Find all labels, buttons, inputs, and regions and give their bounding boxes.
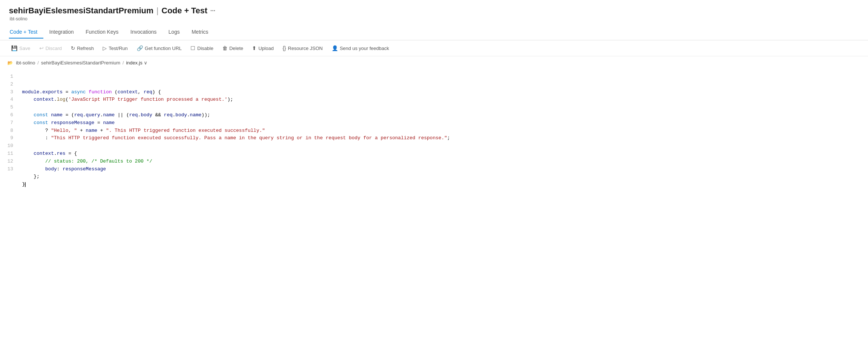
- breadcrumb-part2[interactable]: sehirBayiEslesmesiStandartPremium: [41, 60, 120, 66]
- code-line-1: module.exports = async function (context…: [22, 89, 865, 96]
- toolbar: 💾 Save ↩ Discard ↻ Refresh ▷ Test/Run 🔗 …: [0, 40, 868, 56]
- tab-invocations[interactable]: Invocations: [125, 26, 163, 39]
- tab-integration[interactable]: Integration: [43, 26, 80, 39]
- breadcrumb-sep2: /: [123, 60, 124, 66]
- delete-icon: 🗑: [222, 45, 228, 51]
- play-icon: ▷: [103, 45, 107, 51]
- header: sehirBayiEslesmesiStandartPremium | Code…: [0, 0, 868, 40]
- line-number-3: 3: [7, 89, 13, 96]
- title-separator: |: [156, 6, 159, 16]
- testrun-button[interactable]: ▷ Test/Run: [99, 43, 131, 53]
- code-line-13: }: [22, 181, 865, 188]
- code-line-11: body: responseMessage: [22, 166, 865, 173]
- code-line-2: context.log('JavaScript HTTP trigger fun…: [22, 96, 865, 104]
- resourcejson-button[interactable]: {} Resource JSON: [279, 43, 326, 53]
- testrun-label: Test/Run: [109, 46, 127, 51]
- refresh-label: Refresh: [77, 46, 94, 51]
- line-number-7: 7: [7, 119, 13, 127]
- tab-code-test[interactable]: Code + Test: [9, 26, 43, 39]
- app-title: sehirBayiEslesmesiStandartPremium | Code…: [9, 6, 859, 16]
- refresh-button[interactable]: ↻ Refresh: [67, 43, 98, 53]
- upload-button[interactable]: ⬆ Upload: [248, 43, 277, 53]
- subtitle: ibt-solino: [9, 16, 859, 21]
- code-line-6: ? "Hello, " + name + ". This HTTP trigge…: [22, 127, 865, 135]
- geturl-button[interactable]: 🔗 Get function URL: [133, 43, 186, 53]
- upload-label: Upload: [258, 46, 274, 51]
- discard-label: Discard: [46, 46, 62, 51]
- disable-button[interactable]: ☐ Disable: [187, 43, 217, 53]
- feedback-button[interactable]: 👤 Send us your feedback: [328, 43, 393, 53]
- resourcejson-label: Resource JSON: [288, 46, 323, 51]
- tab-logs[interactable]: Logs: [163, 26, 186, 39]
- line-number-4: 4: [7, 96, 13, 104]
- line-number-5: 5: [7, 104, 13, 111]
- breadcrumb-part1[interactable]: ibt-solino: [16, 60, 35, 66]
- disable-label: Disable: [197, 46, 213, 51]
- feedback-label: Send us your feedback: [340, 46, 389, 51]
- page-title: Code + Test: [162, 6, 208, 16]
- tab-metrics[interactable]: Metrics: [186, 26, 214, 39]
- save-label: Save: [19, 46, 30, 51]
- code-line-10: // status: 200, /* Defaults to 200 */: [22, 158, 865, 166]
- code-content[interactable]: module.exports = async function (context…: [19, 73, 868, 188]
- upload-icon: ⬆: [252, 45, 256, 51]
- line-number-10: 10: [7, 142, 13, 150]
- line-number-9: 9: [7, 134, 13, 142]
- code-line-5: const responseMessage = name: [22, 119, 865, 127]
- breadcrumb-folder-icon: 📂: [7, 60, 13, 66]
- breadcrumb-sep1: /: [37, 60, 39, 66]
- line-number-6: 6: [7, 111, 13, 119]
- discard-icon: ↩: [39, 45, 44, 51]
- breadcrumb: 📂 ibt-solino / sehirBayiEslesmesiStandar…: [0, 56, 868, 69]
- code-line-12: };: [22, 173, 865, 181]
- code-line-3: [22, 104, 865, 111]
- feedback-icon: 👤: [332, 45, 338, 51]
- line-numbers: 12345678910111213: [0, 73, 19, 188]
- delete-button[interactable]: 🗑 Delete: [219, 43, 247, 53]
- code-line-8: [22, 142, 865, 150]
- save-icon: 💾: [11, 45, 17, 51]
- refresh-icon: ↻: [71, 45, 75, 51]
- code-line-9: context.res = {: [22, 150, 865, 158]
- more-options-icon[interactable]: ···: [210, 7, 215, 14]
- tabs-nav: Code + TestIntegrationFunction KeysInvoc…: [9, 26, 859, 39]
- breadcrumb-part3: index.js: [126, 60, 142, 66]
- breadcrumb-dropdown-icon[interactable]: ∨: [144, 60, 148, 66]
- function-name: sehirBayiEslesmesiStandartPremium: [9, 6, 153, 16]
- code-line-7: : "This HTTP triggered function executed…: [22, 134, 865, 142]
- json-icon: {}: [282, 45, 286, 51]
- code-line-4: const name = (req.query.name || (req.bod…: [22, 111, 865, 119]
- link-icon: 🔗: [137, 45, 143, 51]
- discard-button[interactable]: ↩ Discard: [36, 43, 66, 53]
- line-number-8: 8: [7, 127, 13, 135]
- line-number-11: 11: [7, 150, 13, 158]
- geturl-label: Get function URL: [145, 46, 182, 51]
- line-number-12: 12: [7, 158, 13, 166]
- code-editor[interactable]: 12345678910111213 module.exports = async…: [0, 69, 868, 192]
- tab-function-keys[interactable]: Function Keys: [80, 26, 125, 39]
- line-number-13: 13: [7, 166, 13, 173]
- disable-icon: ☐: [191, 45, 195, 51]
- line-number-1: 1: [7, 73, 13, 81]
- line-number-2: 2: [7, 81, 13, 89]
- delete-label: Delete: [229, 46, 243, 51]
- save-button[interactable]: 💾 Save: [7, 43, 34, 53]
